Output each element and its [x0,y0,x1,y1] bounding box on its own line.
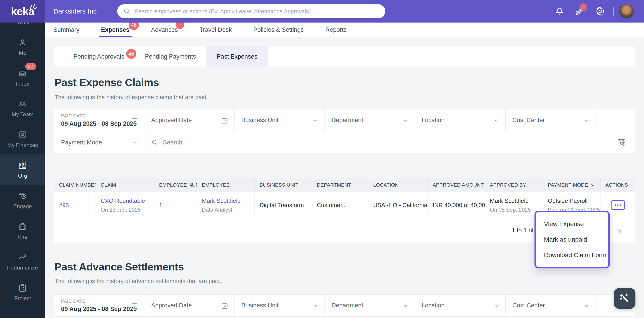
subtab-pending-approvals[interactable]: Pending Approvals 46 [63,46,134,67]
chevron-down-icon [590,182,596,188]
location-cell: USA -HO - California [368,192,428,218]
logo-spark-icon [29,3,38,11]
sidebar-item-my-finances[interactable]: $ My Finances [0,124,45,154]
table-search[interactable] [144,132,635,154]
skip-last-icon[interactable] [615,228,622,235]
payment-mode-value: Outside Payroll [548,198,595,204]
location-filter[interactable]: Location [415,109,506,131]
sidebar-item-org[interactable]: Org [0,154,45,185]
tab-summary[interactable]: Summary [54,22,80,37]
menu-item-view-expense[interactable]: View Expense [536,217,608,231]
tab-reports[interactable]: Reports [326,22,347,37]
col-header-approved-amount[interactable]: APPROVED AMOUNT [428,178,485,192]
business-unit-filter[interactable]: Business Unit [234,294,325,316]
calendar-icon [131,116,138,124]
sidebar-item-project[interactable]: Project [0,277,45,308]
col-header-employee-number[interactable]: EMPLOYEE NUMBER [154,178,197,192]
global-search-input[interactable] [134,8,383,15]
department-filter[interactable]: Department [325,109,415,131]
col-header-employee[interactable]: EMPLOYEE [197,178,255,192]
approved-date-filter[interactable]: Approved Date [144,294,234,316]
location-filter[interactable]: Location [415,294,506,316]
rocket-badge-dot [580,4,586,10]
calendar-icon [221,116,228,124]
settings-button[interactable] [595,0,605,22]
filter-row-1: PAID DATE 09 Aug 2025 - 08 Sep 2025 Appr… [54,294,635,317]
cost-center-filter[interactable]: Cost Center [506,294,596,316]
subtab-bar: Pending Approvals 46 Pending Payments Pa… [54,46,635,67]
col-header-approved-by[interactable]: APPROVED BY [485,178,543,192]
paid-date-filter[interactable]: PAID DATE 09 Aug 2025 - 08 Sep 2025 [54,294,144,316]
sidebar-item-engage[interactable]: Engage [0,185,45,216]
clear-filter-icon[interactable] [617,138,627,148]
approved-on-date: On 08 Sep, 2025 [490,207,538,213]
advance-section-title: Past Advance Settlements [54,260,184,273]
department-filter[interactable]: Department [325,294,415,316]
team-icon [18,99,28,109]
approved-amount-cell: INR 40,000 of 40,000 [428,192,485,218]
row-actions-menu: View Expense Mark as unpaid Download Cla… [534,211,610,268]
col-header-claim[interactable]: CLAIM [96,178,154,192]
approved-date-filter[interactable]: Approved Date [144,109,234,131]
global-search[interactable] [117,4,385,18]
sidebar-item-label: Project [14,295,31,302]
employee-role: Data Analyst [202,207,250,213]
chevron-down-icon [493,117,500,124]
sidebar-item-me[interactable]: Me [0,32,45,62]
sidebar-item-label: Hire [18,234,28,240]
chevron-down-icon [312,302,318,309]
paid-date-filter[interactable]: PAID DATE 09 Aug 2025 - 08 Sep 2025 [54,109,144,131]
company-name: Darksiders Inc [54,0,97,22]
calendar-icon [131,302,138,310]
table-header-row: CLAIM NUMBER CLAIM EMPLOYEE NUMBER EMPLO… [54,178,635,192]
business-unit-filter[interactable]: Business Unit [234,109,325,131]
sidebar-item-label: Me [19,50,26,56]
tab-expenses[interactable]: Expenses46 [101,22,130,37]
tab-advances[interactable]: Advances1 [151,22,178,37]
payment-mode-filter[interactable]: Payment Mode [54,132,144,154]
cost-center-filter[interactable]: Cost Center [506,109,596,131]
notifications-button[interactable] [555,0,564,22]
finances-icon: $ [18,130,28,140]
menu-item-download-claim-form[interactable]: Download Claim Form [536,248,608,262]
tab-policies-settings[interactable]: Policies & Settings [253,22,304,37]
pagination-range: 1 to 1 of [512,227,534,234]
me-icon [18,38,27,47]
advance-section-subtitle: The following is the history of advance … [54,278,221,285]
expense-section-title: Past Expense Claims [54,76,159,88]
chevron-down-icon [312,117,318,124]
sidebar-item-attendance-partial[interactable] [0,308,45,318]
filter-row-1: PAID DATE 09 Aug 2025 - 08 Sep 2025 Appr… [54,109,635,132]
col-header-claim-number[interactable]: CLAIM NUMBER [54,178,96,192]
employee-name-link[interactable]: Mark Scottfield [202,198,250,204]
whats-new-button[interactable] [574,0,584,22]
calendar-icon [221,302,228,310]
claim-number-link[interactable]: #95 [59,202,90,209]
ai-assistant-button[interactable] [614,288,636,309]
sidebar-item-my-team[interactable]: My Team [0,93,45,124]
bell-icon [555,6,564,16]
chevron-down-icon [493,302,500,309]
business-unit-cell: Digital Transform [255,192,312,218]
topbar: Darksiders Inc keka [0,0,644,22]
user-avatar[interactable] [619,4,634,18]
col-header-location[interactable]: LOCATION [368,178,428,192]
row-actions-button[interactable] [611,200,625,210]
tab-travel-desk[interactable]: Travel Desk [200,22,232,37]
subtab-past-expenses[interactable]: Past Expenses [206,46,268,67]
keka-logo[interactable]: keka [0,0,45,22]
sidebar-item-label: Inbox [16,81,29,87]
col-header-business-unit[interactable]: BUSINESS UNIT [255,178,312,192]
table-search-input[interactable] [162,139,628,146]
claim-title-link[interactable]: CXO Roundtable [101,198,149,204]
subtab-pending-payments[interactable]: Pending Payments [134,46,206,67]
sidebar-item-hire[interactable]: Hire [0,216,45,246]
rocket-icon [574,6,584,16]
sidebar-item-inbox[interactable]: 37 Inbox [0,62,45,93]
menu-item-mark-as-unpaid[interactable]: Mark as unpaid [536,232,608,247]
col-header-payment-mode[interactable]: PAYMENT MODE [543,178,600,192]
col-header-department[interactable]: DEPARTMENT [312,178,368,192]
topbar-divider [613,7,614,16]
sidebar-item-performance[interactable]: Performance [0,246,45,277]
search-icon [151,139,158,146]
